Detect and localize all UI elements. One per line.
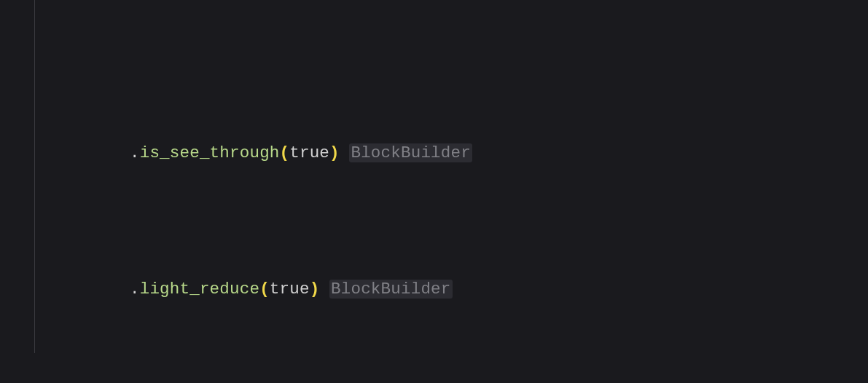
token-bool: true xyxy=(289,143,329,162)
inlay-type-hint: BlockBuilder xyxy=(349,143,472,162)
code-line[interactable]: .is_see_through(true) BlockBuilder xyxy=(0,140,868,167)
token-method: is_see_through xyxy=(140,143,280,162)
inlay-type-hint: BlockBuilder xyxy=(329,280,452,299)
token-bool: true xyxy=(270,280,310,299)
token-method: light_reduce xyxy=(140,280,259,299)
code-editor[interactable]: .is_see_through(true) BlockBuilder .ligh… xyxy=(0,0,868,383)
code-line[interactable]: .light_reduce(true) BlockBuilder xyxy=(0,276,868,304)
